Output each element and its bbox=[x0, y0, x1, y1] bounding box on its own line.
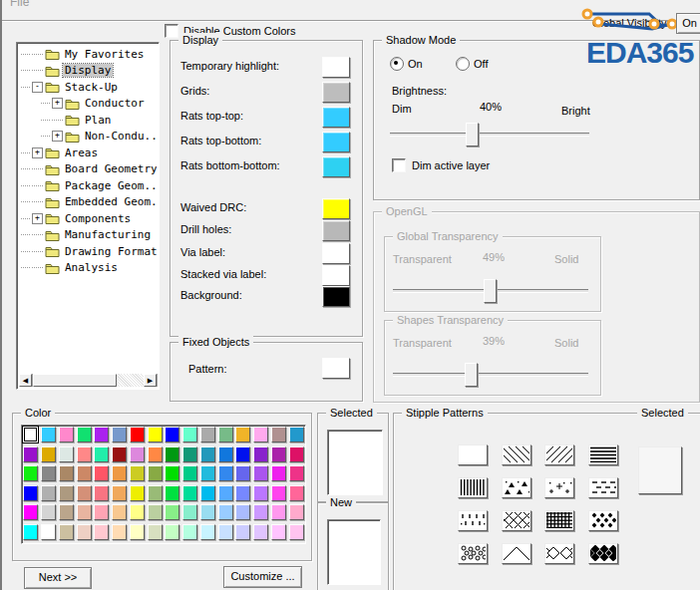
palette-color-cell[interactable] bbox=[253, 504, 268, 520]
palette-color-cell[interactable] bbox=[235, 465, 250, 481]
palette-color-cell[interactable] bbox=[182, 485, 197, 501]
palette-color-cell[interactable] bbox=[59, 524, 74, 540]
palette-color-cell[interactable] bbox=[112, 465, 127, 481]
shadow-on-radio[interactable] bbox=[390, 57, 404, 71]
palette-color-cell[interactable] bbox=[271, 524, 286, 540]
palette-color-cell[interactable] bbox=[271, 465, 286, 481]
palette-color-cell[interactable] bbox=[59, 504, 74, 520]
palette-color-cell[interactable] bbox=[77, 465, 92, 481]
palette-color-cell[interactable] bbox=[218, 485, 233, 501]
tree-item-analysis[interactable]: Analysis bbox=[19, 260, 157, 277]
palette-color-cell[interactable] bbox=[165, 427, 179, 442]
palette-color-cell[interactable] bbox=[200, 485, 215, 501]
color-swatch-rats-bottom-bottom[interactable] bbox=[322, 156, 350, 177]
palette-color-cell[interactable] bbox=[41, 524, 56, 540]
palette-color-cell[interactable] bbox=[253, 446, 268, 462]
palette-color-cell[interactable] bbox=[130, 446, 145, 462]
palette-color-cell[interactable] bbox=[148, 446, 163, 462]
next-button[interactable]: Next >> bbox=[24, 567, 92, 589]
palette-color-cell[interactable] bbox=[77, 485, 92, 501]
tree-item-embedded-geom[interactable]: Embedded Geom... bbox=[19, 194, 157, 211]
palette-color-cell[interactable] bbox=[23, 524, 38, 540]
palette-color-cell[interactable] bbox=[23, 485, 38, 501]
color-swatch-temporary-highlight[interactable] bbox=[322, 57, 350, 78]
stipple-pattern-dashes-button[interactable] bbox=[588, 477, 618, 498]
tree-item-components[interactable]: +Components bbox=[19, 210, 157, 227]
palette-color-cell[interactable] bbox=[271, 504, 286, 520]
tree-item-conductor[interactable]: +Conductor bbox=[19, 96, 157, 113]
palette-color-cell[interactable] bbox=[253, 465, 268, 481]
global-visibility-on-button[interactable]: On bbox=[676, 13, 700, 34]
palette-color-cell[interactable] bbox=[94, 465, 109, 481]
tree-item-plan[interactable]: Plan bbox=[19, 112, 157, 129]
tree-item-areas[interactable]: +Areas bbox=[19, 145, 157, 161]
stipple-pattern-diag-fwd-button[interactable] bbox=[544, 444, 574, 465]
palette-color-cell[interactable] bbox=[200, 427, 215, 442]
tree-item-non-condu[interactable]: +Non-Condu... bbox=[19, 129, 157, 146]
palette-color-cell[interactable] bbox=[148, 485, 163, 501]
palette-color-cell[interactable] bbox=[165, 504, 179, 520]
collapse-icon[interactable]: - bbox=[32, 82, 43, 93]
stipple-pattern-diag-back-button[interactable] bbox=[502, 444, 531, 465]
palette-color-cell[interactable] bbox=[23, 465, 38, 481]
tree-item-my-favorites[interactable]: My Favorites bbox=[19, 46, 157, 63]
scroll-right-arrow-icon[interactable]: ▶ bbox=[144, 374, 157, 387]
stipple-pattern-crosshatch-button[interactable] bbox=[502, 510, 531, 531]
color-swatch-waived-drc[interactable] bbox=[322, 198, 350, 219]
customize-button[interactable]: Customize ... bbox=[223, 566, 302, 588]
palette-color-cell[interactable] bbox=[148, 524, 163, 540]
palette-color-cell[interactable] bbox=[235, 446, 250, 462]
brightness-slider-thumb[interactable] bbox=[466, 123, 479, 147]
palette-color-cell[interactable] bbox=[218, 524, 233, 540]
palette-color-cell[interactable] bbox=[218, 504, 233, 520]
expand-icon[interactable]: + bbox=[32, 213, 43, 224]
disable-custom-colors-checkbox[interactable] bbox=[165, 24, 178, 38]
palette-color-cell[interactable] bbox=[289, 465, 304, 481]
palette-color-cell[interactable] bbox=[289, 504, 304, 520]
tree-item-board-geometry[interactable]: Board Geometry bbox=[19, 161, 157, 178]
stipple-pattern-h-lines-button[interactable] bbox=[588, 444, 618, 465]
palette-color-cell[interactable] bbox=[112, 524, 127, 540]
palette-color-cell[interactable] bbox=[94, 504, 109, 520]
color-swatch-background[interactable] bbox=[322, 286, 350, 307]
palette-color-cell[interactable] bbox=[235, 524, 250, 540]
palette-color-cell[interactable] bbox=[235, 504, 250, 520]
palette-color-cell[interactable] bbox=[94, 446, 109, 462]
palette-color-cell[interactable] bbox=[200, 524, 215, 540]
stipple-pattern-v-dashes-button[interactable] bbox=[458, 510, 488, 531]
palette-color-cell[interactable] bbox=[112, 446, 127, 462]
palette-color-cell[interactable] bbox=[218, 465, 233, 481]
dim-active-layer-checkbox[interactable] bbox=[392, 158, 406, 172]
palette-color-cell[interactable] bbox=[148, 427, 163, 442]
palette-color-cell[interactable] bbox=[41, 465, 56, 481]
palette-color-cell[interactable] bbox=[218, 446, 233, 462]
palette-color-cell[interactable] bbox=[77, 446, 92, 462]
palette-color-cell[interactable] bbox=[289, 427, 304, 442]
palette-color-cell[interactable] bbox=[148, 504, 163, 520]
palette-color-cell[interactable] bbox=[218, 427, 233, 442]
expand-icon[interactable]: + bbox=[52, 131, 63, 142]
palette-color-cell[interactable] bbox=[130, 524, 145, 540]
tree-item-manufacturing[interactable]: Manufacturing bbox=[19, 227, 157, 244]
palette-color-cell[interactable] bbox=[59, 465, 74, 481]
palette-color-cell[interactable] bbox=[94, 485, 109, 501]
palette-color-cell[interactable] bbox=[41, 485, 56, 501]
stipple-pattern-triangles-button[interactable] bbox=[502, 477, 531, 498]
expand-icon[interactable]: + bbox=[52, 98, 63, 109]
palette-color-cell[interactable] bbox=[182, 524, 197, 540]
palette-color-cell[interactable] bbox=[148, 465, 163, 481]
tree-item-package-geom[interactable]: Package Geom... bbox=[19, 177, 157, 194]
stipple-pattern-circles-button[interactable] bbox=[458, 543, 488, 564]
color-swatch-stacked-via-label[interactable] bbox=[322, 265, 350, 286]
shadow-off-radio[interactable] bbox=[456, 57, 470, 71]
palette-color-cell[interactable] bbox=[112, 485, 127, 501]
palette-color-cell[interactable] bbox=[130, 485, 145, 501]
palette-color-cell[interactable] bbox=[94, 427, 109, 442]
palette-color-cell[interactable] bbox=[165, 524, 179, 540]
palette-color-cell[interactable] bbox=[112, 427, 127, 442]
palette-color-cell[interactable] bbox=[59, 427, 74, 442]
palette-color-cell[interactable] bbox=[289, 524, 304, 540]
scroll-left-arrow-icon[interactable]: ◀ bbox=[19, 374, 32, 387]
palette-color-cell[interactable] bbox=[23, 446, 38, 462]
stipple-pattern-diamonds-filled-button[interactable] bbox=[588, 543, 618, 564]
